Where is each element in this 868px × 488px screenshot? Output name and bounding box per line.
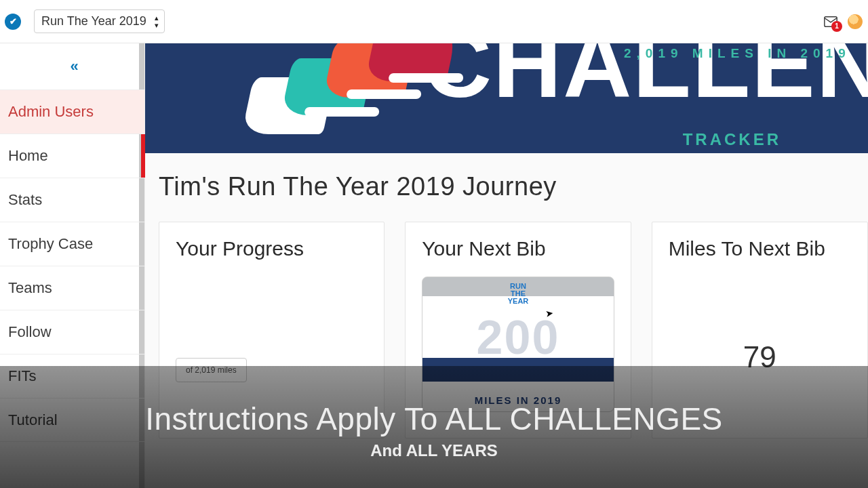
- bib-logo-text: RUN THE YEAR: [508, 283, 529, 305]
- sidebar-item-teams[interactable]: Teams: [0, 266, 144, 310]
- sidebar-item-label: Home: [8, 147, 48, 165]
- shoe-icon: [365, 43, 458, 81]
- user-avatar[interactable]: [848, 14, 863, 29]
- banner-tracker-label: TRACKER: [683, 130, 781, 149]
- top-bar-right: 1: [823, 14, 863, 29]
- sidebar-collapse-button[interactable]: «: [0, 43, 144, 89]
- caret-updown-icon: ▴▾: [155, 14, 159, 29]
- overlay-line1: Instructions Apply To ALL CHALLENGES: [145, 401, 723, 437]
- notification-badge: 1: [831, 21, 842, 32]
- top-bar-left: ✔ Run The Year 2019 ▴▾: [8, 9, 165, 33]
- challenge-selector[interactable]: Run The Year 2019 ▴▾: [34, 9, 165, 33]
- sidebar-item-home[interactable]: Home: [0, 134, 144, 178]
- chevron-double-left-icon: «: [70, 58, 74, 75]
- sidebar-item-label: Admin Users: [8, 103, 94, 121]
- sidebar-item-stats[interactable]: Stats: [0, 178, 144, 222]
- card-title: Your Next Bib: [422, 237, 614, 260]
- mouse-cursor-icon: ➤: [545, 307, 554, 319]
- card-title: Your Progress: [176, 237, 368, 260]
- sidebar-item-label: Stats: [8, 191, 42, 209]
- sidebar-item-trophy-case[interactable]: Trophy Case: [0, 222, 144, 266]
- app-logo-icon: ✔: [5, 14, 21, 30]
- sidebar-item-label: Trophy Case: [8, 235, 93, 253]
- challenge-selected-label: Run The Year 2019: [41, 14, 146, 28]
- sidebar-item-label: Follow: [8, 323, 52, 341]
- challenge-banner: CHALLENGE 2,019 MILES IN 2019 TRACKER: [145, 43, 868, 153]
- top-bar: ✔ Run The Year 2019 ▴▾ 1: [0, 0, 868, 43]
- sidebar-item-admin-users[interactable]: Admin Users: [0, 89, 144, 134]
- overlay-line2: And ALL YEARS: [370, 441, 498, 460]
- page-title: Tim's Run The Year 2019 Journey: [159, 172, 868, 201]
- banner-subline: 2,019 MILES IN 2019: [624, 46, 851, 61]
- caption-overlay: Instructions Apply To ALL CHALLENGES And…: [0, 366, 868, 488]
- messages-button[interactable]: 1: [823, 14, 838, 29]
- sidebar-item-label: Teams: [8, 279, 52, 297]
- card-title: Miles To Next Bib: [669, 237, 851, 260]
- sidebar-item-follow[interactable]: Follow: [0, 310, 144, 354]
